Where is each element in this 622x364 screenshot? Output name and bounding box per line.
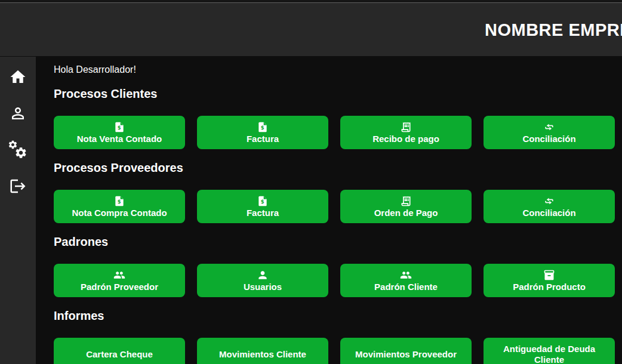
person-icon bbox=[257, 269, 269, 281]
nota-venta-contado-button[interactable]: Nota Venta Contado bbox=[54, 116, 185, 149]
orden-de-pago-button[interactable]: Orden de Pago bbox=[340, 190, 472, 223]
button-label: Nota Venta Contado bbox=[77, 134, 162, 144]
home-icon bbox=[9, 68, 27, 86]
movimientos-cliente-button[interactable]: Movimientos Cliente bbox=[197, 338, 328, 364]
nota-compra-contado-button[interactable]: Nota Compra Contado bbox=[54, 190, 185, 223]
button-label: Conciliación bbox=[522, 208, 575, 218]
section-title-procesos-proveedores: Procesos Proveedores bbox=[54, 161, 615, 174]
money-document-icon bbox=[113, 195, 125, 207]
receipt-icon bbox=[400, 195, 412, 207]
padron-producto-button[interactable]: Padrón Producto bbox=[484, 264, 615, 297]
app-title: NOMBRE EMPRESA bbox=[485, 20, 622, 39]
main-content: Hola Desarrollador! Procesos Clientes No… bbox=[36, 57, 622, 364]
section-title-procesos-clientes: Procesos Clientes bbox=[54, 87, 615, 100]
padron-cliente-button[interactable]: Padrón Cliente bbox=[340, 264, 472, 297]
factura-cliente-button[interactable]: Factura bbox=[197, 116, 328, 149]
user-outline-icon bbox=[9, 104, 27, 122]
section-title-informes: Informes bbox=[54, 309, 615, 322]
button-label: Nota Compra Contado bbox=[72, 208, 167, 218]
row-procesos-proveedores: Nota Compra Contado Factura Orden de Pag… bbox=[54, 190, 615, 223]
button-label: Usuarios bbox=[244, 282, 282, 292]
button-label: Movimientos Proveedor bbox=[355, 349, 457, 360]
inventory-box-icon bbox=[543, 269, 555, 281]
button-label: Antiguedad de Deuda Cliente bbox=[488, 344, 610, 364]
sidebar-item-user[interactable] bbox=[8, 103, 28, 124]
group-icon bbox=[400, 269, 412, 281]
button-label: Orden de Pago bbox=[374, 208, 438, 218]
compare-arrows-icon bbox=[543, 195, 555, 207]
conciliacion-proveedor-button[interactable]: Conciliación bbox=[484, 190, 615, 223]
button-label: Padrón Producto bbox=[513, 282, 586, 292]
button-label: Factura bbox=[247, 208, 279, 218]
row-padrones: Padrón Proveedor Usuarios Padrón Cliente… bbox=[54, 264, 615, 297]
row-informes: Cartera Cheque Movimientos Cliente Movim… bbox=[54, 338, 615, 364]
money-document-icon bbox=[257, 121, 269, 133]
sidebar-item-home[interactable] bbox=[8, 67, 28, 87]
logout-icon bbox=[9, 177, 27, 195]
group-icon bbox=[113, 269, 125, 281]
section-title-padrones: Padrones bbox=[54, 235, 615, 248]
button-label: Recibo de pago bbox=[372, 134, 439, 144]
greeting-text: Hola Desarrollador! bbox=[54, 64, 615, 75]
recibo-de-pago-button[interactable]: Recibo de pago bbox=[340, 116, 472, 149]
cartera-cheque-button[interactable]: Cartera Cheque bbox=[54, 338, 185, 364]
money-document-icon bbox=[257, 195, 269, 207]
sidebar-item-settings[interactable] bbox=[8, 140, 28, 160]
antiguedad-deuda-cliente-button[interactable]: Antiguedad de Deuda Cliente bbox=[484, 338, 615, 364]
button-label: Factura bbox=[247, 134, 279, 144]
usuarios-button[interactable]: Usuarios bbox=[197, 264, 328, 297]
sidebar-item-logout[interactable] bbox=[8, 176, 28, 196]
money-document-icon bbox=[113, 121, 125, 133]
button-label: Conciliación bbox=[522, 134, 575, 144]
button-label: Padrón Cliente bbox=[374, 282, 438, 292]
receipt-icon bbox=[400, 121, 412, 133]
button-label: Cartera Cheque bbox=[86, 349, 153, 360]
padron-proveedor-button[interactable]: Padrón Proveedor bbox=[54, 264, 185, 297]
conciliacion-cliente-button[interactable]: Conciliación bbox=[484, 116, 615, 149]
factura-proveedor-button[interactable]: Factura bbox=[197, 190, 328, 223]
button-label: Padrón Proveedor bbox=[81, 282, 158, 292]
movimientos-proveedor-button[interactable]: Movimientos Proveedor bbox=[340, 338, 472, 364]
gears-icon bbox=[8, 140, 28, 160]
button-label: Movimientos Cliente bbox=[219, 349, 306, 360]
app-header: NOMBRE EMPRESA bbox=[0, 3, 622, 56]
sidebar bbox=[0, 57, 36, 364]
compare-arrows-icon bbox=[543, 121, 555, 133]
row-procesos-clientes: Nota Venta Contado Factura Recibo de pag… bbox=[54, 116, 615, 149]
